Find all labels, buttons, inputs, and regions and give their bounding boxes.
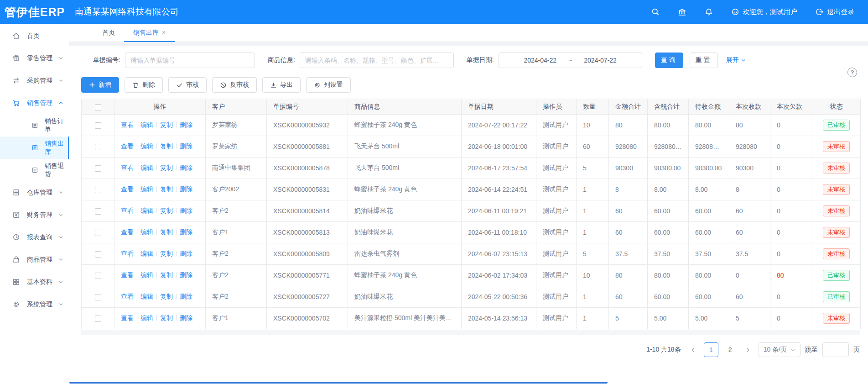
welcome-user[interactable]: 欢迎您，测试用户 (731, 8, 797, 16)
table-row[interactable]: 查看编辑复制删除 客户1 XSCK00000005702 美汁源果粒橙 500m… (82, 308, 861, 329)
select-all-checkbox[interactable] (95, 104, 101, 110)
row-checkbox[interactable] (95, 144, 101, 150)
action-copy-link[interactable]: 复制 (160, 293, 173, 300)
action-edit-link[interactable]: 编辑 (140, 164, 153, 171)
table-row[interactable]: 查看编辑复制删除 客户2 XSCK00000005727 奶油味爆米花 2024… (82, 286, 861, 308)
action-delete-link[interactable]: 删除 (180, 228, 192, 236)
delete-button[interactable]: 删除 (125, 77, 163, 93)
table-row[interactable]: 查看编辑复制删除 客户2 XSCK00000005814 奶油味爆米花 2024… (82, 200, 861, 222)
action-view-link[interactable]: 查看 (121, 185, 134, 193)
sidebar-subitem-sales-order[interactable]: 销售订单 (0, 114, 69, 137)
row-checkbox[interactable] (95, 165, 101, 172)
action-view-link[interactable]: 查看 (121, 142, 134, 150)
action-edit-link[interactable]: 编辑 (140, 293, 153, 300)
action-delete-link[interactable]: 删除 (180, 142, 192, 150)
action-copy-link[interactable]: 复制 (160, 314, 173, 321)
sidebar-item-reports[interactable]: 报表查询 (0, 226, 69, 248)
table-row[interactable]: 查看编辑复制删除 客户2002 XSCK00000005831 蜂蜜柚子茶 24… (82, 179, 861, 200)
row-checkbox[interactable] (95, 251, 101, 258)
audit-button[interactable]: 审核 (168, 77, 207, 93)
next-page-button[interactable] (742, 342, 754, 357)
action-copy-link[interactable]: 复制 (160, 207, 173, 214)
action-edit-link[interactable]: 编辑 (140, 228, 153, 236)
action-edit-link[interactable]: 编辑 (140, 207, 153, 214)
row-checkbox[interactable] (95, 230, 101, 236)
product-info-input[interactable] (300, 53, 454, 68)
page-button-1[interactable]: 1 (704, 342, 718, 357)
table-row[interactable]: 查看编辑复制删除 客户1 XSCK00000005813 奶油味爆米花 2024… (82, 222, 861, 243)
sidebar-item-purchase[interactable]: 采购管理 (0, 69, 69, 92)
bill-no-input[interactable] (125, 53, 255, 68)
action-edit-link[interactable]: 编辑 (140, 142, 153, 150)
jump-input[interactable] (822, 342, 849, 357)
notification-bell-icon[interactable] (705, 8, 713, 16)
action-copy-link[interactable]: 复制 (160, 250, 173, 257)
action-copy-link[interactable]: 复制 (160, 164, 173, 171)
date-range-picker[interactable]: 2024-04-22 ~ 2024-07-22 (499, 53, 642, 68)
action-delete-link[interactable]: 删除 (180, 121, 192, 128)
page-button-2[interactable]: 2 (723, 342, 738, 357)
prev-page-button[interactable] (687, 342, 699, 357)
action-view-link[interactable]: 查看 (121, 228, 134, 236)
add-button[interactable]: 新增 (81, 77, 119, 93)
action-delete-link[interactable]: 删除 (180, 271, 192, 279)
action-view-link[interactable]: 查看 (121, 314, 134, 321)
bottom-scrollbar[interactable] (69, 382, 608, 384)
page-size-select[interactable]: 10 条/页 (759, 342, 800, 357)
action-edit-link[interactable]: 编辑 (140, 121, 153, 128)
action-edit-link[interactable]: 编辑 (140, 271, 153, 279)
sidebar-item-basic-data[interactable]: 基本资料 (0, 271, 69, 293)
action-delete-link[interactable]: 删除 (180, 185, 192, 193)
table-row[interactable]: 查看编辑复制删除 南通中集集团 XSCK00000005878 飞天茅台 500… (82, 158, 861, 179)
action-delete-link[interactable]: 删除 (180, 207, 192, 214)
action-delete-link[interactable]: 删除 (180, 164, 192, 171)
row-checkbox[interactable] (95, 294, 101, 300)
sidebar-subitem-sales-outbound[interactable]: 销售出库 (0, 137, 69, 159)
export-button[interactable]: 导出 (262, 77, 301, 93)
action-delete-link[interactable]: 删除 (180, 250, 192, 257)
action-copy-link[interactable]: 复制 (160, 271, 173, 279)
action-view-link[interactable]: 查看 (121, 121, 134, 128)
search-icon[interactable] (651, 8, 660, 16)
tab-home[interactable]: 首页 (93, 24, 124, 42)
logout-button[interactable]: 退出登录 (816, 8, 854, 16)
action-copy-link[interactable]: 复制 (160, 228, 173, 236)
action-view-link[interactable]: 查看 (121, 250, 134, 257)
table-row[interactable]: 查看编辑复制删除 罗莱家纺 XSCK00000005932 蜂蜜柚子茶 240g… (82, 115, 861, 136)
reset-button[interactable]: 重置 (690, 53, 718, 68)
search-button[interactable]: 查询 (655, 53, 683, 68)
sidebar-subitem-sales-return[interactable]: 销售退货 (0, 159, 69, 181)
row-checkbox[interactable] (95, 208, 101, 215)
action-edit-link[interactable]: 编辑 (140, 250, 153, 257)
table-row[interactable]: 查看编辑复制删除 客户2 XSCK00000005771 蜂蜜柚子茶 240g … (82, 265, 861, 286)
sidebar-item-retail[interactable]: 零售管理 (0, 47, 69, 69)
table-row[interactable]: 查看编辑复制删除 罗莱家纺 XSCK00000005881 飞天茅台 500ml… (82, 136, 861, 158)
sidebar-item-warehouse[interactable]: 仓库管理 (0, 181, 69, 204)
row-checkbox[interactable] (95, 316, 101, 322)
sidebar-item-home[interactable]: 首页 (0, 25, 69, 47)
action-edit-link[interactable]: 编辑 (140, 185, 153, 193)
action-copy-link[interactable]: 复制 (160, 185, 173, 193)
action-view-link[interactable]: 查看 (121, 293, 134, 300)
tab-close-icon[interactable]: × (162, 29, 166, 36)
tab-sales-outbound[interactable]: 销售出库× (124, 24, 175, 42)
row-checkbox[interactable] (95, 273, 101, 279)
horizontal-scroll-track[interactable] (81, 330, 860, 335)
action-view-link[interactable]: 查看 (121, 207, 134, 214)
column-settings-button[interactable]: 列设置 (306, 77, 351, 93)
sidebar-item-finance[interactable]: 财务管理 (0, 204, 69, 226)
help-icon[interactable]: ? (847, 68, 857, 77)
row-checkbox[interactable] (95, 122, 101, 129)
sidebar-item-sales[interactable]: 销售管理 (0, 92, 69, 114)
action-delete-link[interactable]: 删除 (180, 314, 192, 321)
action-edit-link[interactable]: 编辑 (140, 314, 153, 321)
action-delete-link[interactable]: 删除 (180, 293, 192, 300)
action-copy-link[interactable]: 复制 (160, 142, 173, 150)
action-view-link[interactable]: 查看 (121, 164, 134, 171)
app-logo[interactable]: 管伊佳ERP (0, 5, 69, 20)
bank-icon[interactable] (678, 8, 686, 16)
expand-link[interactable]: 展开 (726, 56, 746, 64)
row-checkbox[interactable] (95, 187, 101, 193)
sidebar-item-products[interactable]: 商品管理 (0, 248, 69, 271)
unaudit-button[interactable]: 反审核 (212, 77, 257, 93)
